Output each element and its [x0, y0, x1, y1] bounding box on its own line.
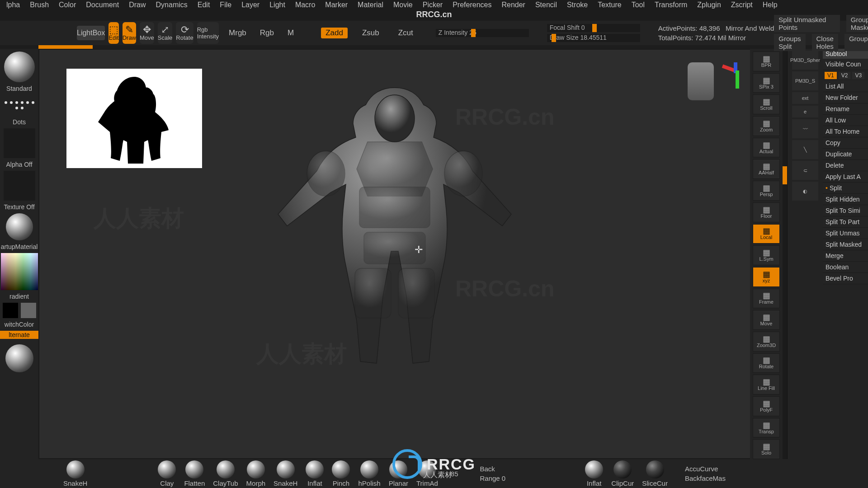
brush-inflat[interactable]: Inflat — [306, 460, 324, 487]
menu-marker[interactable]: Marker — [325, 1, 348, 9]
nav-aahalf[interactable]: ▦AAHalf — [753, 159, 780, 179]
panel-split-to-simi[interactable]: Split To Simi — [823, 205, 868, 216]
tab-v1[interactable]: V1 — [825, 72, 837, 79]
menu-color[interactable]: Color — [59, 1, 76, 9]
panel-list-all[interactable]: List All — [823, 81, 868, 92]
nav-l-sym[interactable]: ▦L.Sym — [753, 245, 780, 265]
nav-solo[interactable]: ▦Solo — [753, 439, 780, 459]
menu-document[interactable]: Document — [86, 1, 119, 9]
draw-size-slider[interactable]: Draw Size 18.45511 — [547, 34, 640, 42]
panel-split-to-part[interactable]: Split To Part — [823, 216, 868, 228]
panel-tabs[interactable]: V1V2V3 — [823, 70, 868, 81]
nav-local[interactable]: ▦Local — [753, 224, 780, 244]
menu-file[interactable]: File — [220, 1, 231, 9]
nav-xyz[interactable]: ▦xyz — [753, 267, 780, 287]
brush-snakeh[interactable]: SnakeH — [63, 460, 87, 487]
color-picker[interactable] — [1, 253, 38, 290]
color-swatches[interactable] — [3, 303, 36, 318]
menu-render[interactable]: Render — [501, 1, 525, 9]
edit-mode-button[interactable]: ⬚Edit — [108, 22, 118, 44]
mirror[interactable]: Mirror — [728, 34, 746, 42]
menu-lpha[interactable]: lpha — [6, 1, 20, 9]
menu-picker[interactable]: Picker — [423, 1, 443, 9]
tab-v3[interactable]: V3 — [852, 72, 864, 79]
nav-transp[interactable]: ▦Transp — [753, 418, 780, 438]
rotate-mode-button[interactable]: ⟳Rotate — [176, 22, 193, 44]
panel-merge[interactable]: Merge — [823, 250, 868, 262]
tool-e[interactable]: e — [792, 106, 818, 117]
alternate-button[interactable]: lternate — [0, 331, 38, 339]
nav-rotate[interactable]: ▦Rotate — [753, 353, 780, 373]
m-button[interactable]: M — [288, 28, 294, 38]
panel-rename[interactable]: Rename — [823, 103, 868, 115]
vertical-scrollbar[interactable] — [783, 49, 787, 459]
nav-zoom[interactable]: ▦Zoom — [753, 116, 780, 136]
tool-curve-4[interactable]: ◐ — [792, 182, 818, 201]
nav-zoom3d[interactable]: ▦Zoom3D — [753, 332, 780, 352]
brush-morph[interactable]: Morph — [246, 460, 266, 487]
switch-color[interactable]: witchColor — [5, 321, 34, 328]
menu-draw[interactable]: Draw — [129, 1, 146, 9]
draw-mode-button[interactable]: ✎Draw — [123, 22, 136, 44]
model[interactable] — [255, 79, 535, 413]
split-unmasked-button[interactable]: Split Unmasked Points — [774, 15, 840, 32]
panel-split[interactable]: Split — [823, 183, 868, 194]
nav-move[interactable]: ▦Move — [753, 310, 780, 330]
menu-zscript[interactable]: Zscript — [731, 1, 753, 9]
panel-all-low[interactable]: All Low — [823, 115, 868, 126]
brush-slicecur[interactable]: SliceCur — [642, 460, 668, 487]
panel-split-masked[interactable]: Split Masked — [823, 239, 868, 250]
viewport[interactable]: ✛ 人人素材 RRCG.cn 人人素材 RRCG.cn — [38, 49, 750, 459]
brush-thumb[interactable] — [4, 52, 35, 82]
zsub-button[interactable]: Zsub — [358, 28, 384, 38]
panel-all-to-home[interactable]: All To Home — [823, 126, 868, 137]
brush-hpolish[interactable]: hPolish — [358, 460, 380, 487]
rgb-button[interactable]: Rgb — [260, 28, 274, 38]
z-intensity-slider[interactable]: Z Intensity 25 — [436, 29, 529, 37]
axis-gizmo-icon[interactable] — [720, 62, 741, 89]
texture-thumb[interactable] — [4, 171, 35, 201]
material-thumb[interactable] — [6, 213, 33, 240]
tool-ext[interactable]: ext — [792, 92, 818, 104]
nav-polyf[interactable]: ▦PolyF — [753, 396, 780, 416]
menu-brush[interactable]: Brush — [30, 1, 49, 9]
tool-curve-3[interactable]: ⊂ — [792, 161, 818, 180]
menu-stencil[interactable]: Stencil — [535, 1, 557, 9]
focal-shift-slider[interactable]: Focal Shift 0 — [547, 24, 640, 32]
brush-snakeh[interactable]: SnakeH — [274, 460, 297, 487]
tool-curve-2[interactable]: ╲ — [792, 140, 818, 159]
menu-dynamics[interactable]: Dynamics — [156, 1, 188, 9]
menu-light[interactable]: Light — [269, 1, 285, 9]
menu-help[interactable]: Help — [763, 1, 778, 9]
panel-delete[interactable]: Delete — [823, 160, 868, 171]
mirror-and-weld[interactable]: Mirror And Weld — [726, 24, 774, 32]
panel-boolean[interactable]: Boolean — [823, 262, 868, 273]
brush-clay[interactable]: Clay — [158, 460, 176, 487]
menu-texture[interactable]: Texture — [598, 1, 621, 9]
panel-split-hidden[interactable]: Split Hidden — [823, 194, 868, 205]
panel-apply-last-a[interactable]: Apply Last A — [823, 171, 868, 183]
menu-preferences[interactable]: Preferences — [453, 1, 491, 9]
menu-edit[interactable]: Edit — [198, 1, 210, 9]
menu-material[interactable]: Material — [358, 1, 383, 9]
tool-curve-1[interactable]: 〰 — [792, 119, 818, 138]
gradient-label[interactable]: radient — [9, 293, 29, 300]
brush-flatten[interactable]: Flatten — [184, 460, 205, 487]
zcut-button[interactable]: Zcut — [394, 28, 418, 38]
panel-split-unmas[interactable]: Split Unmas — [823, 228, 868, 239]
zadd-button[interactable]: Zadd — [321, 28, 348, 38]
menu-tool[interactable]: Tool — [632, 1, 645, 9]
menu-layer[interactable]: Layer — [241, 1, 259, 9]
alpha-thumb[interactable] — [4, 128, 35, 158]
brush-claytub[interactable]: ClayTub — [213, 460, 238, 487]
brush-pinch[interactable]: Pinch — [332, 460, 350, 487]
menu-transform[interactable]: Transform — [655, 1, 687, 9]
close-holes-button[interactable]: Close Holes — [812, 34, 838, 51]
groups-split-button[interactable]: Groups Split — [774, 34, 805, 51]
panel-new-folder[interactable]: New Folder — [823, 92, 868, 103]
nav-bpr[interactable]: ▦BPR — [753, 52, 780, 71]
nav-line-fill[interactable]: ▦Line Fill — [753, 375, 780, 394]
nav-floor[interactable]: ▦Floor — [753, 202, 780, 222]
lightbox-button[interactable]: LightBox — [77, 26, 105, 40]
menu-stroke[interactable]: Stroke — [567, 1, 588, 9]
